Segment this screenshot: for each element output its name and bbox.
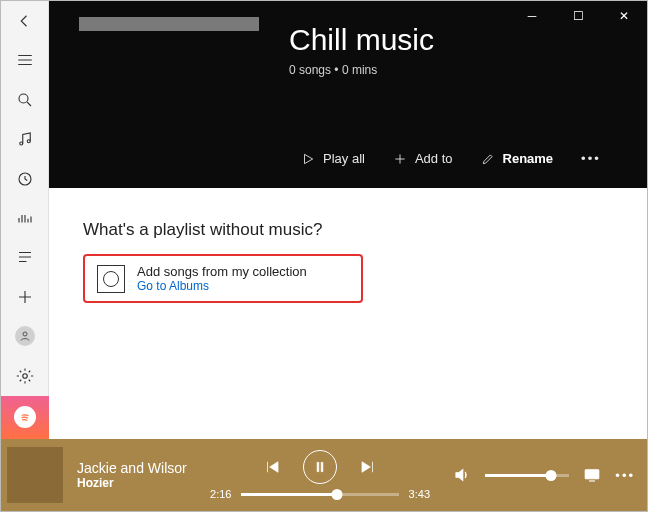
progress-slider[interactable] [241,493,398,496]
player-more-button[interactable]: ••• [615,468,635,483]
empty-heading: What's a playlist without music? [83,220,613,240]
album-icon [97,265,125,293]
add-to-button[interactable]: Add to [381,145,465,172]
playlists-button[interactable] [1,238,49,277]
window-close[interactable]: ✕ [601,1,647,31]
sidebar [1,1,49,439]
settings-button[interactable] [1,356,49,395]
play-pause-button[interactable] [303,450,337,484]
more-button[interactable]: ••• [569,145,613,172]
go-to-albums-link[interactable]: Go to Albums [137,279,307,293]
profile-button[interactable] [1,317,49,356]
play-all-button[interactable]: Play all [289,145,377,172]
rename-button[interactable]: Rename [469,145,566,172]
my-music-button[interactable] [1,119,49,158]
time-elapsed: 2:16 [210,488,231,500]
playlist-header: ─ ☐ ✕ Chill music 0 songs • 0 mins Play … [49,1,647,188]
time-total: 3:43 [409,488,430,500]
add-songs-label: Add songs from my collection [137,264,307,279]
search-button[interactable] [1,80,49,119]
player-bar: Jackie and Wilsor Hozier 2:16 3:43 ••• [1,439,647,511]
now-playing-button[interactable] [1,198,49,237]
volume-slider[interactable] [485,474,569,477]
spotify-button[interactable] [1,396,49,439]
window-minimize[interactable]: ─ [509,1,555,31]
svg-point-2 [27,140,30,143]
volume-icon[interactable] [453,466,471,484]
playlist-meta: 0 songs • 0 mins [289,63,617,77]
svg-point-5 [22,374,27,379]
svg-point-0 [19,94,28,103]
redacted-label [79,17,259,31]
back-button[interactable] [1,1,49,40]
new-playlist-button[interactable] [1,277,49,316]
next-button[interactable] [359,458,377,476]
album-art[interactable] [7,447,63,503]
window-maximize[interactable]: ☐ [555,1,601,31]
track-artist: Hozier [77,476,187,490]
svg-point-4 [23,332,27,336]
previous-button[interactable] [263,458,281,476]
hamburger-button[interactable] [1,40,49,79]
svg-point-1 [19,142,22,145]
recent-button[interactable] [1,159,49,198]
track-title: Jackie and Wilsor [77,460,187,476]
svg-rect-6 [586,470,600,479]
playlist-body: What's a playlist without music? Add son… [49,188,647,439]
add-songs-card[interactable]: Add songs from my collection Go to Album… [83,254,363,303]
cast-button[interactable] [583,466,601,484]
